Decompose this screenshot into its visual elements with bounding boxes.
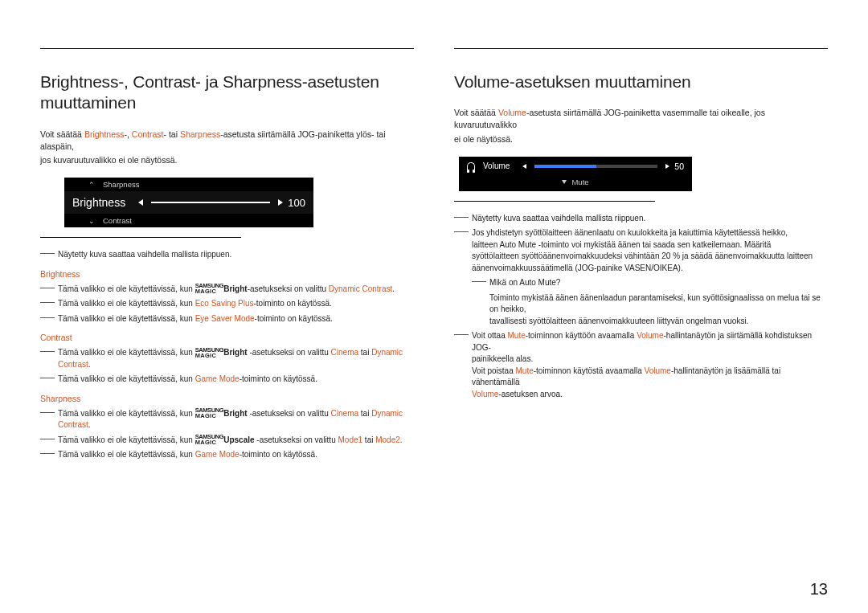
subhead-brightness: Brightness — [40, 269, 414, 279]
left-heading: Brightness-, Contrast- ja Sharpness-aset… — [40, 72, 414, 114]
note-sharpness-2: Tämä valikko ei ole käytettävissä, kun S… — [40, 435, 414, 447]
left-intro-2: jos kuvaruutuvalikko ei ole näytössä. — [40, 154, 414, 166]
osd-row-contrast: ⌄ Contrast — [64, 214, 313, 227]
note-brightness-3: Tämä valikko ei ole käytettävissä, kun E… — [40, 313, 414, 325]
volume-track — [534, 165, 657, 168]
note-image-vary: Näytetty kuva saattaa vaihdella mallista… — [40, 249, 414, 261]
triangle-right-icon — [278, 199, 283, 206]
osd-sharpness-label: Sharpness — [103, 180, 139, 189]
brightness-track — [151, 202, 270, 203]
volume-row: Volume 50 — [459, 157, 692, 176]
osd-contrast-label: Contrast — [103, 216, 132, 225]
separator — [454, 201, 655, 202]
left-intro: Voit säätää Brightness-, Contrast- tai S… — [40, 129, 414, 153]
note-brightness-1: Tämä valikko ei ole käytettävissä, kun S… — [40, 284, 414, 296]
note-automute-q: Mikä on Auto Mute? — [454, 277, 828, 289]
note-automute: Jos yhdistetyn syöttölaitteen äänenlaatu… — [454, 227, 828, 274]
chevron-down-icon: ⌄ — [88, 217, 95, 225]
chevron-up-icon: ⌃ — [88, 181, 95, 189]
volume-label: Volume — [483, 161, 510, 170]
top-rule — [454, 48, 828, 49]
subhead-contrast: Contrast — [40, 333, 414, 342]
note-brightness-2: Tämä valikko ei ole käytettävissä, kun E… — [40, 298, 414, 310]
note-sharpness-1: Tämä valikko ei ole käytettävissä, kun S… — [40, 408, 414, 431]
mute-label: Mute — [571, 178, 588, 186]
triangle-left-icon — [138, 199, 143, 206]
triangle-down-icon — [562, 180, 567, 184]
volume-osd: Volume 50 Mute — [459, 157, 692, 191]
note-mute: Voit ottaa Mute-toiminnon käyttöön avaam… — [454, 330, 828, 400]
osd-brightness-label: Brightness — [72, 196, 125, 209]
brightness-value: 100 — [288, 197, 305, 209]
left-column: Brightness-, Contrast- ja Sharpness-aset… — [40, 48, 414, 464]
note-contrast-1: Tämä valikko ei ole käytettävissä, kun S… — [40, 347, 414, 370]
note-contrast-2: Tämä valikko ei ole käytettävissä, kun G… — [40, 374, 414, 386]
brightness-osd: ⌃ Sharpness Brightness 100 ⌄ Contrast — [64, 178, 313, 227]
subhead-sharpness: Sharpness — [40, 394, 414, 403]
brightness-slider: 100 — [138, 197, 305, 209]
triangle-right-icon — [665, 164, 669, 169]
volume-value: 50 — [674, 161, 684, 171]
triangle-left-icon — [522, 164, 526, 169]
osd-row-sharpness: ⌃ Sharpness — [64, 178, 313, 191]
right-intro: Voit säätää Volume-asetusta siirtämällä … — [454, 107, 828, 131]
right-heading: Volume-asetuksen muuttaminen — [454, 72, 828, 92]
mute-row: Mute — [459, 176, 692, 191]
page-number: 13 — [810, 580, 828, 599]
note-automute-a: Toiminto mykistää äänen äänenlaadun para… — [454, 292, 828, 328]
note-sharpness-3: Tämä valikko ei ole käytettävissä, kun G… — [40, 449, 414, 461]
note-image-vary-r: Näytetty kuva saattaa vaihdella mallista… — [454, 213, 828, 225]
top-rule — [40, 48, 414, 49]
right-intro-2: ei ole näytössä. — [454, 133, 828, 145]
volume-fill — [534, 165, 596, 168]
right-column: Volume-asetuksen muuttaminen Voit säätää… — [454, 48, 828, 464]
osd-row-brightness: Brightness 100 — [64, 191, 313, 214]
separator — [40, 237, 241, 238]
headphone-icon — [467, 162, 475, 170]
volume-slider: 50 — [522, 161, 684, 171]
